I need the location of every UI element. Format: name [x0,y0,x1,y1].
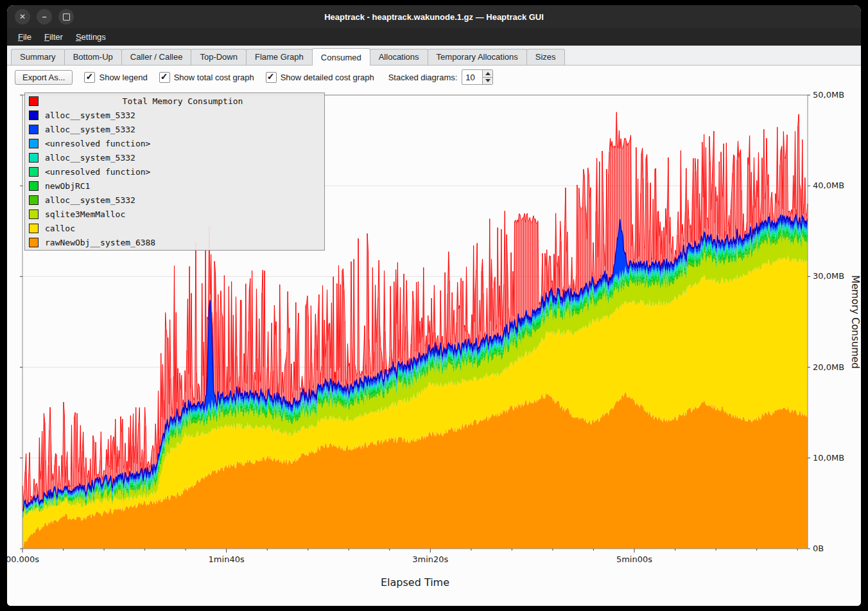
legend-swatch [29,167,39,177]
y-tick-label: 20,0MB [813,362,844,372]
titlebar: Heaptrack - heaptrack.wakunode.1.gz — He… [7,5,861,28]
legend-title: Total Memory Consumption [25,94,324,108]
show-legend-checkbox[interactable] [84,72,95,83]
y-tick-label: 40,0MB [813,181,844,190]
legend-label: <unresolved function> [45,139,150,148]
x-axis-title: Elapsed Time [381,576,449,589]
maximize-button[interactable] [58,9,74,24]
stacked-diagrams-decrement[interactable] [482,78,492,85]
menubar: File Filter Settings [7,28,861,46]
show-total-cost-label: Show total cost graph [174,73,254,82]
legend-label: alloc__system_5332 [45,153,135,163]
show-detailed-cost-checkbox-group[interactable]: Show detailed cost graph [266,72,374,83]
stacked-diagrams-increment[interactable] [482,70,492,78]
minimize-icon [42,12,47,21]
legend-swatch [29,153,39,163]
menu-file[interactable]: File [12,30,37,44]
toolbar: Export As... Show legend Show total cost… [7,66,861,89]
legend-item: <unresolved function> [25,164,324,179]
y-tick-label: 0B [813,544,824,553]
arrow-down-icon [485,79,490,82]
stacked-diagrams-spinbox[interactable] [462,69,493,85]
y-tick-label: 50,0MB [813,90,844,100]
show-detailed-cost-checkbox[interactable] [266,72,277,83]
legend-item: newObjRC1 [25,179,324,193]
legend-swatch [29,139,39,148]
stacked-diagrams-label: Stacked diagrams: [388,73,458,82]
show-legend-checkbox-group[interactable]: Show legend [84,72,147,83]
y-tick-label: 30,0MB [813,271,844,281]
legend-label: alloc__system_5332 [45,125,135,134]
legend-label: newObjRC1 [45,181,90,191]
show-total-cost-checkbox[interactable] [159,72,170,83]
window-title: Heaptrack - heaptrack.wakunode.1.gz — He… [324,12,544,22]
legend-swatch [29,224,39,233]
legend-swatch [29,96,39,106]
maximize-icon [63,13,70,21]
minimize-button[interactable] [37,9,52,24]
arrow-up-icon [485,72,490,75]
tab-sizes[interactable]: Sizes [526,49,565,65]
menu-settings[interactable]: Settings [70,30,112,44]
legend-item: sqlite3MemMalloc [25,207,324,221]
x-tick-label: 1min40s [209,554,245,564]
legend-swatch [29,181,39,191]
tab-temporary-allocations[interactable]: Temporary Allocations [428,49,527,65]
close-icon [19,12,26,21]
stacked-diagrams-group: Stacked diagrams: [388,69,494,85]
menu-filter[interactable]: Filter [39,30,69,44]
window-controls [15,9,74,24]
legend-item: rawNewObj__system_6388 [25,235,324,249]
legend-item: alloc__system_5332 [25,193,324,207]
legend-swatch [29,195,39,205]
legend-swatch [29,125,39,134]
legend-item: alloc__system_5332 [25,108,324,122]
tab-allocations[interactable]: Allocations [370,49,428,65]
chart-legend: Total Memory Consumptionalloc__system_53… [24,93,325,251]
close-button[interactable] [15,9,30,24]
show-detailed-cost-label: Show detailed cost graph [281,73,374,82]
legend-item: alloc__system_5332 [25,150,324,164]
legend-swatch [29,238,39,247]
tab-bottom-up[interactable]: Bottom-Up [64,49,122,65]
legend-label: calloc [45,224,75,233]
app-window: Heaptrack - heaptrack.wakunode.1.gz — He… [7,5,861,606]
legend-item: alloc__system_5332 [25,122,324,136]
export-as-button[interactable]: Export As... [15,70,73,85]
x-tick-label: 3min20s [412,554,448,564]
y-axis-title: Memory Consumed [849,275,861,369]
tab-flame-graph[interactable]: Flame Graph [246,49,313,65]
legend-label: alloc__system_5332 [45,111,135,120]
legend-item: calloc [25,221,324,235]
chart-area: 0B10,0MB20,0MB30,0MB40,0MB50,0MB00.000s1… [7,89,861,606]
legend-swatch [29,209,39,219]
tab-bar: Summary Bottom-Up Caller / Callee Top-Do… [7,46,861,66]
show-legend-label: Show legend [99,73,147,82]
tab-summary[interactable]: Summary [11,49,65,65]
legend-label: Total Memory Consumption [45,96,320,106]
legend-item: <unresolved function> [25,136,324,150]
tab-consumed[interactable]: Consumed [312,48,370,66]
tab-caller-callee[interactable]: Caller / Callee [121,49,192,65]
x-tick-label: 5min00s [616,554,652,564]
show-total-cost-checkbox-group[interactable]: Show total cost graph [159,72,254,83]
legend-label: sqlite3MemMalloc [45,209,125,219]
legend-swatch [29,111,39,120]
legend-label: alloc__system_5332 [45,195,135,205]
stacked-diagrams-input[interactable] [462,70,482,84]
legend-label: <unresolved function> [45,167,150,177]
legend-label: rawNewObj__system_6388 [45,238,155,247]
y-tick-label: 10,0MB [813,453,844,463]
tab-top-down[interactable]: Top-Down [191,49,247,65]
x-tick-label: 00.000s [7,554,39,564]
